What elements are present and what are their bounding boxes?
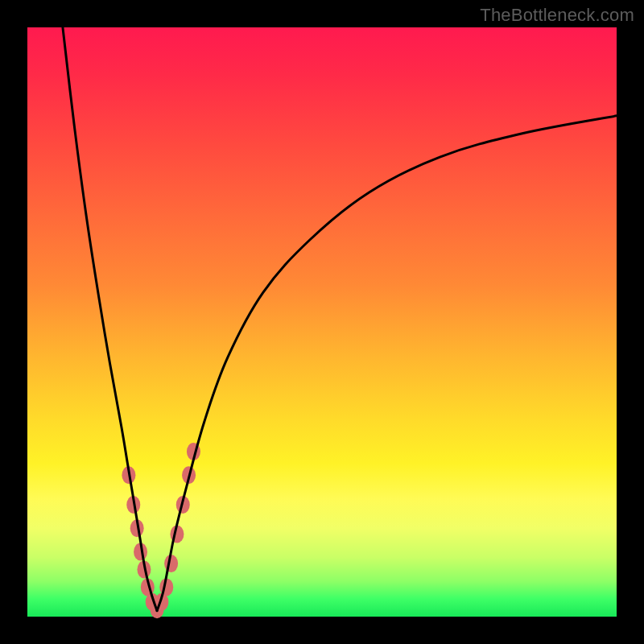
curve-layer xyxy=(27,27,617,617)
outer-frame: TheBottleneck.com xyxy=(0,0,644,644)
curve-left-branch xyxy=(63,27,157,611)
watermark-text: TheBottleneck.com xyxy=(480,5,634,26)
plot-area xyxy=(27,27,617,617)
curve-right-branch xyxy=(157,116,617,611)
marker-group xyxy=(122,443,200,618)
